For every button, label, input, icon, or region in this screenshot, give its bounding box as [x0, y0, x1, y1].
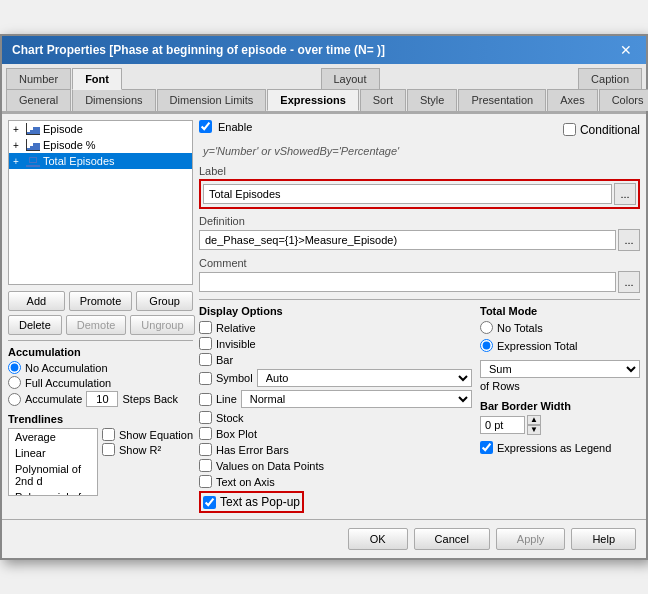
tab-number[interactable]: Number	[6, 68, 71, 90]
line-label: Line	[216, 393, 237, 405]
tree-item-total-episodes[interactable]: + Total Episodes	[9, 153, 192, 169]
text-as-popup-checkbox[interactable]	[203, 496, 216, 509]
tab-sort[interactable]: Sort	[360, 89, 406, 111]
spinner-up-button[interactable]: ▲	[527, 415, 541, 425]
enable-checkbox[interactable]	[199, 120, 212, 133]
line-checkbox[interactable]	[199, 393, 212, 406]
box-plot-checkbox[interactable]	[199, 427, 212, 440]
show-equation-checkbox[interactable]	[102, 428, 115, 441]
stock-row[interactable]: Stock	[199, 411, 472, 424]
expression-text: y='Number' or vShowedBy='Percentage'	[199, 143, 640, 159]
demote-button[interactable]: Demote	[66, 315, 127, 335]
spinner-down-button[interactable]: ▼	[527, 425, 541, 435]
tab-colors[interactable]: Colors	[599, 89, 648, 111]
delete-button[interactable]: Delete	[8, 315, 62, 335]
show-r2-checkbox[interactable]	[102, 443, 115, 456]
help-button[interactable]: Help	[571, 528, 636, 550]
display-options-title: Display Options	[199, 305, 472, 317]
definition-input[interactable]	[199, 230, 616, 250]
values-data-points-row[interactable]: Values on Data Points	[199, 459, 472, 472]
tab-caption[interactable]: Caption	[578, 68, 642, 90]
tab-layout[interactable]: Layout	[321, 68, 380, 90]
invisible-row[interactable]: Invisible	[199, 337, 472, 350]
text-on-axis-checkbox[interactable]	[199, 475, 212, 488]
trendlines-section: Trendlines Average Linear Polynomial of …	[8, 413, 193, 500]
tab-dimensions[interactable]: Dimensions	[72, 89, 155, 111]
conditional-row[interactable]: Conditional	[563, 123, 640, 137]
error-bars-checkbox[interactable]	[199, 443, 212, 456]
chart-bar-icon	[26, 139, 40, 151]
error-bars-row[interactable]: Has Error Bars	[199, 443, 472, 456]
show-r2-row[interactable]: Show R²	[102, 443, 193, 456]
close-button[interactable]: ✕	[616, 42, 636, 58]
promote-button[interactable]: Promote	[69, 291, 133, 311]
comment-input[interactable]	[199, 272, 616, 292]
show-equation-label: Show Equation	[119, 429, 193, 441]
trendline-linear[interactable]: Linear	[9, 445, 97, 461]
accumulation-steps[interactable]: Accumulate Steps Back	[8, 391, 193, 407]
comment-ellipsis-button[interactable]: ...	[618, 271, 640, 293]
trendline-average[interactable]: Average	[9, 429, 97, 445]
tab-dimension-limits[interactable]: Dimension Limits	[157, 89, 267, 111]
tab-general[interactable]: General	[6, 89, 71, 111]
tab-font[interactable]: Font	[72, 68, 122, 90]
accumulation-section: Accumulation No Accumulation Full Accumu…	[8, 346, 193, 407]
stock-checkbox[interactable]	[199, 411, 212, 424]
tab-row-2: General Dimensions Dimension Limits Expr…	[2, 89, 646, 113]
text-on-axis-row[interactable]: Text on Axis	[199, 475, 472, 488]
tab-axes[interactable]: Axes	[547, 89, 597, 111]
tree-item-episode-pct[interactable]: + Episode %	[9, 137, 192, 153]
sum-row: Sum	[480, 360, 640, 378]
two-column-section: Display Options Relative Invisible Bar	[199, 305, 640, 513]
invisible-checkbox[interactable]	[199, 337, 212, 350]
tree-label: Episode	[43, 123, 83, 135]
expr-legend-checkbox[interactable]	[480, 441, 493, 454]
relative-checkbox[interactable]	[199, 321, 212, 334]
no-totals-row[interactable]: No Totals	[480, 321, 640, 334]
enable-row[interactable]: Enable	[199, 120, 252, 133]
show-checkboxes: Show Equation Show R²	[102, 428, 193, 500]
values-data-points-checkbox[interactable]	[199, 459, 212, 472]
label-input[interactable]	[203, 184, 612, 204]
bar-row[interactable]: Bar	[199, 353, 472, 366]
ungroup-button[interactable]: Ungroup	[130, 315, 194, 335]
label-field-label: Label	[199, 165, 640, 177]
cancel-button[interactable]: Cancel	[414, 528, 490, 550]
ok-button[interactable]: OK	[348, 528, 408, 550]
trendline-poly3[interactable]: Polynomial of 3rd d	[9, 489, 97, 496]
expression-total-row[interactable]: Expression Total	[480, 339, 640, 352]
accumulation-no[interactable]: No Accumulation	[8, 361, 193, 374]
bar-border-input[interactable]	[480, 416, 525, 434]
trendlines-list[interactable]: Average Linear Polynomial of 2nd d Polyn…	[8, 428, 98, 496]
line-select[interactable]: Normal	[241, 390, 472, 408]
trendline-poly2[interactable]: Polynomial of 2nd d	[9, 461, 97, 489]
tab-expressions[interactable]: Expressions	[267, 89, 358, 111]
tab-presentation[interactable]: Presentation	[458, 89, 546, 111]
accumulation-full[interactable]: Full Accumulation	[8, 376, 193, 389]
relative-row[interactable]: Relative	[199, 321, 472, 334]
steps-input[interactable]	[86, 391, 118, 407]
comment-field-label: Comment	[199, 257, 640, 269]
sum-select[interactable]: Sum	[480, 360, 640, 378]
text-as-popup-box: Text as Pop-up	[199, 491, 304, 513]
expand-icon: +	[13, 156, 23, 167]
bar-checkbox[interactable]	[199, 353, 212, 366]
definition-ellipsis-button[interactable]: ...	[618, 229, 640, 251]
group-button[interactable]: Group	[136, 291, 193, 311]
enable-label: Enable	[218, 121, 252, 133]
tab-style[interactable]: Style	[407, 89, 457, 111]
expr-legend-row[interactable]: Expressions as Legend	[480, 441, 640, 454]
tree-item-episode[interactable]: + Episode	[9, 121, 192, 137]
stock-label: Stock	[216, 412, 244, 424]
symbol-select[interactable]: Auto	[257, 369, 472, 387]
conditional-checkbox[interactable]	[563, 123, 576, 136]
show-equation-row[interactable]: Show Equation	[102, 428, 193, 441]
apply-button[interactable]: Apply	[496, 528, 566, 550]
comment-field-row: ...	[199, 271, 640, 293]
expand-icon: +	[13, 124, 23, 135]
symbol-checkbox[interactable]	[199, 372, 212, 385]
expression-tree[interactable]: + Episode + Episode % + Total Episodes	[8, 120, 193, 285]
label-ellipsis-button[interactable]: ...	[614, 183, 636, 205]
box-plot-row[interactable]: Box Plot	[199, 427, 472, 440]
add-button[interactable]: Add	[8, 291, 65, 311]
